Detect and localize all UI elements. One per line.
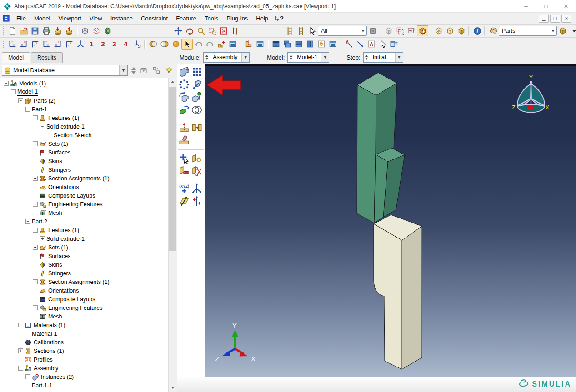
menu-help[interactable]: Help	[252, 14, 272, 23]
tree-surfaces-1[interactable]: Surfaces	[0, 148, 168, 157]
tree-collapse-button[interactable]	[139, 65, 149, 75]
toolbar-grip[interactable]: ▼	[3, 40, 5, 49]
annotation-label-arrow-button[interactable]: ▼	[343, 39, 354, 50]
pan-view-button[interactable]: ▼	[172, 25, 184, 36]
mdi-close-button[interactable]: ✕	[561, 15, 571, 23]
rail-track-alt-button[interactable]: ▼	[295, 25, 306, 36]
create-datum-plane-button[interactable]	[178, 195, 190, 208]
magnify-view-button[interactable]: ▼	[195, 25, 206, 36]
tree-sets-1[interactable]: + Sets (1)	[0, 139, 168, 148]
tree-expander[interactable]: −	[25, 374, 30, 379]
tree-engineering-features-1[interactable]: + Engineering Features	[0, 200, 168, 208]
view-compass[interactable]: Y Z X	[512, 74, 549, 113]
cycle-views-button[interactable]: ▼	[229, 25, 240, 36]
display-group-pick-button[interactable]: ▼	[417, 25, 428, 36]
tree-expander[interactable]: −	[25, 107, 30, 112]
tree-composite-layups-1[interactable]: Composite Layups	[0, 191, 168, 200]
feature-edit-button[interactable]: ▼	[215, 39, 227, 50]
create-viewport-button[interactable]: ▼	[270, 39, 281, 50]
tree-expander[interactable]: −	[33, 115, 38, 120]
tree-sections[interactable]: + Sections (1)	[0, 347, 168, 355]
render-shaded-button[interactable]: ▼	[456, 25, 467, 36]
tree-part-1-1[interactable]: Part-1-1	[0, 381, 168, 390]
scroll-down-button[interactable]	[169, 384, 176, 392]
create-datum-axis-button[interactable]	[190, 182, 203, 195]
tree-expander[interactable]: −	[18, 366, 23, 371]
tree-expander[interactable]: −	[18, 98, 23, 103]
tree-skins-1[interactable]: Skins	[0, 157, 168, 165]
tree-model-1[interactable]: − Model-1	[0, 88, 168, 96]
separator[interactable]: ▼	[468, 26, 470, 36]
separator[interactable]: ▼	[240, 39, 241, 49]
minimize-button[interactable]: –	[516, 0, 536, 13]
separator[interactable]: ▼	[340, 39, 341, 49]
user-view-4-button[interactable]: 4 ▼	[120, 39, 131, 50]
tree-expander[interactable]: +	[33, 176, 38, 181]
print-button[interactable]: ▼	[40, 25, 52, 36]
new-model-database-button[interactable]: ▼	[6, 25, 18, 36]
model-spinner[interactable]	[288, 53, 294, 62]
toolbox-divider[interactable]	[178, 177, 204, 180]
color-palette-button[interactable]: ▼	[487, 25, 499, 36]
view-cut-manager-button[interactable]: ▼	[254, 39, 265, 50]
tree-skins-2[interactable]: Skins	[0, 260, 168, 269]
tree-tips-button[interactable]	[164, 65, 174, 75]
spin-up-icon[interactable]	[131, 67, 136, 70]
color-code-combo[interactable]: Parts ▼	[499, 26, 557, 36]
toolbox-divider[interactable]	[178, 147, 204, 150]
tree-expander[interactable]: −	[11, 89, 16, 94]
beige-part[interactable]	[374, 215, 422, 369]
tree-material-1[interactable]: Material-1	[0, 329, 168, 338]
separator[interactable]: ▼	[76, 26, 78, 36]
tree-mesh-2[interactable]: Mesh	[0, 312, 168, 321]
menu-plugins[interactable]: Plug-ins	[222, 14, 252, 23]
reference-cube-button[interactable]: ▼	[90, 25, 102, 36]
maximize-button[interactable]: □	[536, 0, 556, 13]
box-zoom-button[interactable]: ▼	[206, 25, 218, 36]
spacer[interactable]: ▼	[240, 25, 284, 36]
rotate-instance-button[interactable]	[178, 91, 190, 104]
tree-expander[interactable]: +	[33, 279, 38, 284]
module-spinner[interactable]	[204, 53, 210, 62]
view-left-button[interactable]: ▼	[52, 39, 63, 50]
step-combo[interactable]: Initial ▼	[363, 52, 403, 63]
tree-models[interactable]: − Models (1)	[0, 79, 168, 88]
tree-materials[interactable]: − Materials (1)	[0, 321, 168, 329]
tree-part-2[interactable]: − Part-2	[0, 217, 168, 226]
view-iso-button[interactable]: ▼	[75, 39, 86, 50]
display-group-points-button[interactable]: ▼	[406, 25, 417, 36]
view-bottom-button[interactable]: ▼	[40, 39, 52, 50]
tree-expander[interactable]: +	[33, 245, 38, 250]
mdi-minimize-button[interactable]: ▁	[539, 15, 549, 23]
solid-cube-button[interactable]: ▼	[102, 25, 113, 36]
view-right-button[interactable]: ▼	[63, 39, 75, 50]
tree-expander[interactable]: −	[4, 81, 9, 86]
annotation-text-button[interactable]: ▼	[366, 39, 377, 50]
tile-vertical-button[interactable]: ▼	[304, 39, 316, 50]
chevron-down-icon[interactable]: ▼	[395, 53, 403, 62]
tree-orientations-2[interactable]: Orientations	[0, 286, 168, 295]
query-cube-button[interactable]: ▼	[79, 25, 90, 36]
translate-instance-button[interactable]	[190, 78, 203, 91]
undo-button[interactable]: ▼	[193, 39, 204, 50]
tree-link-button[interactable]	[151, 65, 161, 75]
tree-expander[interactable]: −	[33, 228, 38, 233]
auto-fit-view-button[interactable]: ▼	[218, 25, 229, 36]
tree-solid-extrude-1[interactable]: − Solid extrude-1	[0, 122, 168, 131]
annotation-manager-button[interactable]: ▼	[388, 39, 400, 50]
tree-expander[interactable]: +	[18, 348, 23, 353]
chevron-down-icon[interactable]: ▼	[119, 65, 127, 75]
user-view-1-button[interactable]: 1 ▼	[86, 39, 97, 50]
toolbox-divider[interactable]	[178, 116, 204, 119]
tree-expander[interactable]: −	[25, 219, 30, 224]
color-dropdown-button[interactable]: ▼	[568, 25, 576, 36]
create-datum-csys-button[interactable]	[190, 195, 203, 208]
step-spinner[interactable]	[364, 53, 370, 62]
tree-expander[interactable]: +	[33, 305, 38, 310]
perspective-on-button[interactable]: ▼	[147, 39, 159, 50]
tree-surfaces-2[interactable]: Surfaces	[0, 252, 168, 260]
tree-engineering-features-2[interactable]: + Engineering Features	[0, 303, 168, 312]
display-group-create-button[interactable]: ▼	[383, 25, 394, 36]
tree-expander[interactable]: −	[40, 124, 45, 129]
user-view-2-button[interactable]: 2 ▼	[97, 39, 109, 50]
